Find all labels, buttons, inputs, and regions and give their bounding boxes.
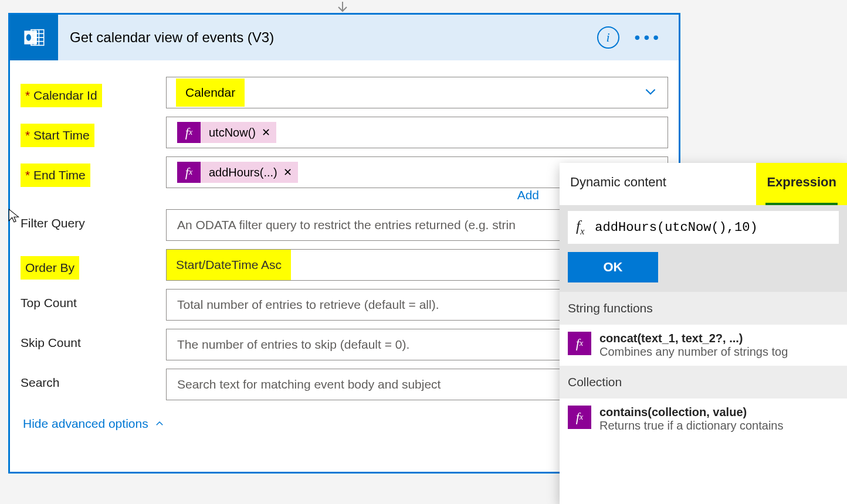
label-end-time: * End Time (21, 156, 166, 187)
fx-icon: fx (576, 217, 584, 237)
fn-contains[interactable]: fx contains(collection, value) Returns t… (560, 399, 847, 440)
ok-button[interactable]: OK (568, 252, 658, 282)
expression-popover: Dynamic content Expression fx addHours(u… (560, 163, 847, 504)
token-remove-icon[interactable]: ✕ (262, 126, 270, 139)
fn-description: Combines any number of strings tog (599, 345, 788, 359)
popover-tabs: Dynamic content Expression (560, 163, 847, 205)
more-menu-icon[interactable]: ••• (635, 28, 662, 47)
section-string-functions: String functions (560, 292, 847, 325)
chevron-down-icon (643, 84, 658, 102)
fx-icon: fx (177, 162, 201, 183)
calendar-id-dropdown[interactable]: Calendar (166, 77, 668, 108)
label-order-by: Order By (21, 249, 166, 280)
start-time-field[interactable]: fx utcNow() ✕ (166, 117, 668, 148)
fn-concat[interactable]: fx concat(text_1, text_2?, ...) Combines… (560, 325, 847, 366)
label-calendar-id: * Calendar Id (21, 77, 166, 107)
section-collection: Collection (560, 366, 847, 399)
expression-token-addhours[interactable]: fx addHours(...) ✕ (177, 162, 298, 183)
label-start-time: * Start Time (21, 117, 166, 147)
tab-expression[interactable]: Expression (756, 163, 847, 205)
action-title: Get calendar view of events (V3) (58, 29, 274, 46)
expression-editor-area: fx addHours(utcNow(),10) OK (560, 205, 847, 292)
fx-icon: fx (177, 122, 201, 143)
svg-point-7 (26, 34, 31, 41)
expression-input[interactable]: fx addHours(utcNow(),10) (568, 211, 839, 244)
fx-icon: fx (568, 332, 591, 355)
fn-description: Returns true if a dictionary contains (599, 419, 784, 433)
mouse-cursor-icon (7, 208, 22, 226)
outlook-connector-icon (10, 15, 58, 60)
fn-signature: concat(text_1, text_2?, ...) (599, 332, 788, 345)
label-top-count: Top Count (21, 289, 166, 310)
chevron-up-icon (154, 418, 165, 429)
tab-dynamic-content[interactable]: Dynamic content (560, 163, 677, 205)
label-search: Search (21, 369, 166, 390)
action-card-header[interactable]: Get calendar view of events (V3) i ••• (10, 15, 679, 60)
expression-token-utcnow[interactable]: fx utcNow() ✕ (177, 122, 276, 143)
fn-signature: contains(collection, value) (599, 406, 784, 419)
expression-text[interactable]: addHours(utcNow(),10) (595, 220, 757, 235)
label-filter-query: Filter Query (21, 209, 166, 230)
label-skip-count: Skip Count (21, 329, 166, 350)
token-remove-icon[interactable]: ✕ (283, 166, 292, 179)
info-icon[interactable]: i (597, 26, 619, 49)
fx-icon: fx (568, 406, 591, 429)
